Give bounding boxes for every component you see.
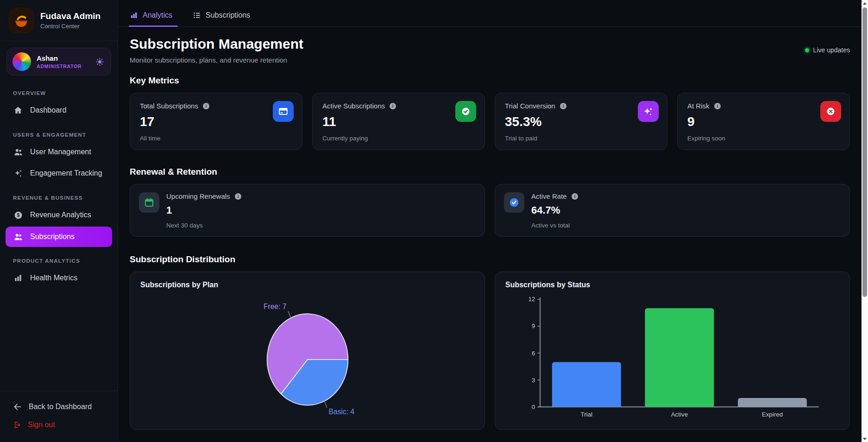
info-icon[interactable]: i [234, 193, 242, 200]
app-subtitle: Control Center [40, 23, 101, 30]
svg-text:12: 12 [528, 296, 535, 303]
svg-text:i: i [237, 194, 239, 199]
sidebar-item-subscriptions[interactable]: Subscriptions [6, 227, 112, 247]
app-logo-icon [8, 7, 34, 33]
calendar-icon [139, 192, 159, 213]
sun-icon [95, 57, 104, 66]
back-to-dashboard-link[interactable]: Back to Dashboard [6, 398, 111, 416]
scroll-up-arrow-icon[interactable] [862, 0, 868, 6]
sidebar-item-label: Health Metrics [30, 274, 77, 282]
sign-out-label: Sign out [28, 421, 55, 429]
sparkles-icon [638, 101, 659, 122]
sidebar-item-revenue-analytics[interactable]: $ Revenue Analytics [0, 204, 118, 226]
nav-section-revenue-business: REVENUE & BUSINESS [13, 195, 118, 201]
tab-subscriptions[interactable]: Subscriptions [193, 11, 250, 26]
avatar [13, 52, 31, 71]
user-name: Ashan [37, 54, 82, 62]
sidebar-item-health-metrics[interactable]: Health Metrics [0, 267, 118, 289]
user-card[interactable]: Ashan ADMINISTRATOR [6, 48, 111, 76]
renewal-value: 1 [166, 204, 242, 216]
info-icon[interactable]: i [389, 102, 396, 110]
tab-label: Subscriptions [206, 11, 250, 19]
svg-text:i: i [392, 103, 394, 108]
metric-label: Trial Conversion [505, 102, 555, 110]
user-role-badge: ADMINISTRATOR [37, 63, 82, 69]
scroll-down-arrow-icon[interactable] [862, 436, 868, 442]
info-icon[interactable]: i [202, 102, 210, 110]
bar-chart-icon [13, 273, 23, 283]
list-icon [193, 11, 201, 19]
live-updates-label: Live updates [813, 46, 850, 54]
sidebar-item-dashboard[interactable]: Dashboard [0, 100, 118, 121]
live-updates-indicator: Live updates [805, 46, 850, 54]
tab-bar: Analytics Subscriptions [118, 0, 868, 27]
live-dot [805, 48, 809, 52]
info-icon[interactable]: i [571, 193, 579, 200]
svg-text:6: 6 [531, 350, 535, 357]
metric-label: Total Subscriptions [140, 102, 198, 110]
metric-card-at-risk: At Risk i 9 Expiring soon [677, 93, 850, 150]
metric-label: At Risk [687, 102, 710, 110]
sidebar-item-label: Subscriptions [30, 233, 75, 241]
sidebar-item-label: Engagement Tracking [30, 169, 102, 177]
sparkles-icon [13, 168, 23, 178]
renewal-label: Active Rate [531, 192, 567, 200]
app-brand: Fudava Admin Control Center [0, 0, 118, 41]
metric-subtext: Trial to paid [505, 135, 657, 142]
svg-text:Expired: Expired [761, 411, 782, 418]
credit-card-icon [273, 101, 294, 122]
back-to-dashboard-label: Back to Dashboard [29, 403, 92, 411]
sidebar-item-label: User Management [30, 148, 91, 156]
metric-value: 35.3% [505, 114, 657, 129]
sidebar-item-engagement-tracking[interactable]: Engagement Tracking [0, 163, 118, 184]
sign-out-button[interactable]: Sign out [6, 416, 111, 434]
nav-section-users-engagement: USERS & ENGAGEMENT [13, 132, 118, 138]
distribution-grid: Subscriptions by Plan Free: 7Basic: 4 Su… [130, 272, 850, 430]
check-circle-icon [504, 192, 524, 213]
section-title-distribution: Subscription Distribution [130, 254, 850, 265]
svg-text:3: 3 [531, 377, 535, 384]
scrollbar[interactable] [862, 0, 868, 442]
nav-section-overview: OVERVIEW [13, 90, 118, 96]
users-icon [13, 232, 23, 242]
key-metrics-grid: Total Subscriptions i 17 All time Active… [130, 93, 850, 150]
home-icon [13, 105, 23, 115]
metric-value: 11 [322, 114, 475, 129]
sidebar-item-label: Dashboard [30, 106, 66, 114]
nav-section-product-analytics: PRODUCT ANALYTICS [13, 258, 118, 264]
sidebar-item-user-management[interactable]: User Management [0, 141, 118, 163]
svg-text:Active: Active [671, 411, 687, 418]
bowl-icon [12, 11, 31, 30]
svg-text:i: i [717, 103, 718, 108]
tab-label: Analytics [143, 11, 172, 19]
scrollbar-thumb[interactable] [862, 7, 867, 297]
chart-card-subscriptions-by-plan: Subscriptions by Plan Free: 7Basic: 4 [130, 272, 485, 430]
theme-toggle-button[interactable] [94, 56, 105, 67]
sidebar-nav: OVERVIEW Dashboard USERS & ENGAGEMENT Us… [0, 79, 118, 289]
svg-text:9: 9 [531, 322, 535, 329]
pie-chart[interactable]: Free: 7Basic: 4 [206, 290, 409, 427]
renewal-label: Upcoming Renewals [166, 192, 230, 200]
bar-chart[interactable]: 036912TrialActiveExpired [520, 294, 825, 423]
arrow-left-icon [13, 402, 22, 411]
chart-title: Subscriptions by Status [505, 281, 839, 289]
svg-text:i: i [574, 194, 575, 199]
svg-text:Basic: 4: Basic: 4 [328, 408, 354, 416]
info-icon[interactable]: i [714, 102, 721, 110]
analytics-bars-icon [130, 11, 138, 19]
page-title: Subscription Management [130, 36, 303, 52]
app-title: Fudava Admin [40, 11, 101, 21]
tab-analytics[interactable]: Analytics [130, 11, 172, 26]
svg-text:Free: 7: Free: 7 [263, 303, 286, 310]
svg-text:i: i [206, 103, 207, 108]
info-icon[interactable]: i [560, 102, 567, 110]
metric-card-active-subscriptions: Active Subscriptions i 11 Currently payi… [312, 93, 485, 150]
metric-subtext: Expiring soon [687, 135, 840, 142]
sidebar-footer: Back to Dashboard Sign out [0, 391, 118, 442]
renewal-subtext: Next 30 days [166, 222, 242, 229]
chart-card-subscriptions-by-status: Subscriptions by Status 036912TrialActiv… [495, 272, 850, 430]
logout-icon [13, 421, 21, 429]
check-badge-icon [455, 101, 476, 122]
section-title-key-metrics: Key Metrics [130, 76, 850, 86]
section-title-renewal: Renewal & Retention [130, 167, 850, 177]
